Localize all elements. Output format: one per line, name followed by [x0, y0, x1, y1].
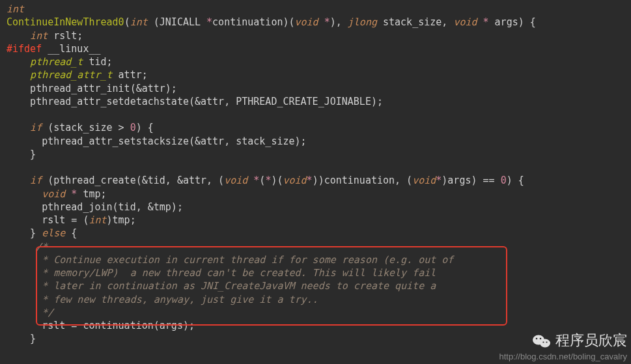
svg-point-2 — [536, 338, 538, 340]
svg-point-4 — [542, 341, 544, 343]
watermark-url: http://blog.csdn.net/boling_cavalry — [499, 352, 627, 361]
wechat-icon — [532, 333, 552, 349]
svg-point-3 — [540, 338, 542, 340]
fn-name: ContinueInNewThread0 — [7, 16, 124, 28]
ifdef: #ifdef — [7, 43, 42, 55]
kw-int: int — [7, 3, 24, 15]
watermark-author: 程序员欣宸 — [499, 331, 627, 350]
watermark: 程序员欣宸 http://blog.csdn.net/boling_cavalr… — [495, 329, 631, 364]
svg-point-1 — [540, 339, 550, 347]
svg-point-5 — [546, 341, 547, 343]
code-block: int ContinueInNewThread0(int (JNICALL *c… — [0, 0, 631, 348]
comment-block: /* — [7, 241, 48, 253]
